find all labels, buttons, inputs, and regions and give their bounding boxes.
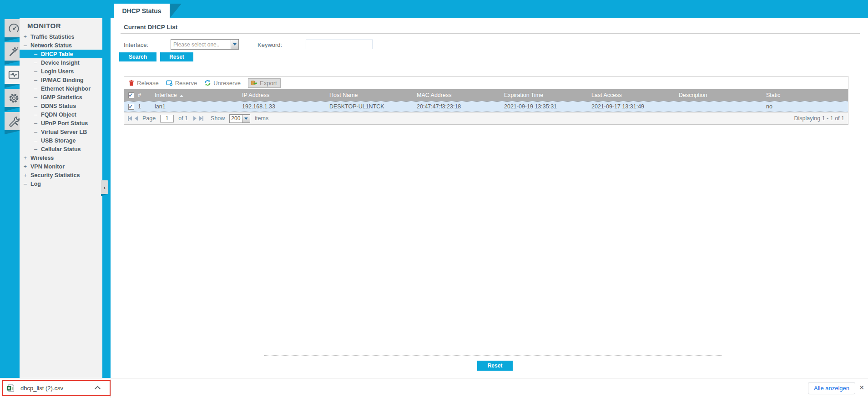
prev-page-icon <box>135 116 138 121</box>
col-description[interactable]: Description <box>677 92 764 98</box>
col-ip-address[interactable]: IP Address <box>240 92 328 98</box>
keyword-label: Keyword: <box>257 41 282 48</box>
table-row[interactable]: 1 lan1 192.168.1.33 DESKTOP-UL1NTCK 20:4… <box>124 101 848 112</box>
sidebar-item-ethernet-neighbor[interactable]: –Ethernet Neighbor <box>20 84 102 93</box>
sidebar-item-usb-storage[interactable]: –USB Storage <box>20 136 102 145</box>
col-interface[interactable]: Interface <box>153 92 240 98</box>
sidebar-item-log[interactable]: –Log <box>20 179 102 188</box>
cell-expiration-time: 2021-09-19 13:35:31 <box>502 103 590 110</box>
col-mac-address[interactable]: MAC Address <box>415 92 502 98</box>
content-panel: Current DHCP List Interface: Please sele… <box>111 18 868 378</box>
export-arrow-icon <box>251 80 257 86</box>
cell-last-access: 2021-09-17 13:31:49 <box>590 103 677 110</box>
sidebar-item-ddns-status[interactable]: –DDNS Status <box>20 102 102 110</box>
table-pagination: Page of 1 Show 200 items Displaying 1 - … <box>124 112 848 124</box>
chevron-down-icon <box>244 117 248 120</box>
next-page-button[interactable] <box>193 116 197 121</box>
displaying-info: Displaying 1 - 1 of 1 <box>794 115 844 122</box>
col-expiration-time[interactable]: Expiration Time <box>502 92 590 98</box>
chevron-left-icon: ‹ <box>104 184 106 191</box>
col-static[interactable]: Static <box>764 92 848 98</box>
prev-page-button[interactable] <box>135 116 138 121</box>
sidebar-item-dhcp-table[interactable]: –DHCP Table <box>20 50 111 58</box>
sidebar-collapse-handle[interactable]: ‹ <box>101 180 108 194</box>
page-input[interactable] <box>160 115 174 122</box>
sidebar-section-title: MONITOR <box>20 21 102 32</box>
interface-select-value: Please select one.. <box>171 40 231 49</box>
sidebar-item-vpn-monitor[interactable]: +VPN Monitor <box>20 162 102 171</box>
sidebar-menu: MONITOR +Traffic Statistics –Network Sta… <box>20 18 102 378</box>
sidebar-item-fqdn-object[interactable]: –FQDN Object <box>20 110 102 119</box>
page-label: Page <box>142 115 156 122</box>
sort-ascending-icon <box>180 95 183 97</box>
heading-rule <box>121 33 860 34</box>
reserve-doc-icon <box>166 80 173 86</box>
tab-title: DHCP Status <box>122 7 161 15</box>
dropdown-button[interactable] <box>231 40 238 49</box>
page-size-select[interactable]: 200 <box>229 114 250 123</box>
sidebar-item-security-statistics[interactable]: +Security Statistics <box>20 171 102 179</box>
unreserve-refresh-icon <box>204 80 211 86</box>
screen: DHCP Status <box>0 0 868 398</box>
download-bar: dhcp_list (2).csv Alle anzeigen <box>0 378 868 398</box>
page-title: Current DHCP List <box>124 24 177 31</box>
chevron-down-icon <box>233 43 237 46</box>
cell-interface: lan1 <box>153 103 240 110</box>
last-page-icon <box>199 116 202 121</box>
unreserve-button[interactable]: Unreserve <box>204 80 241 87</box>
show-label: Show <box>211 115 225 122</box>
sidebar-item-cellular-status[interactable]: –Cellular Status <box>20 145 102 153</box>
search-button[interactable]: Search <box>119 52 156 61</box>
sidebar-item-ip-mac-binding[interactable]: –IP/MAC Binding <box>20 76 102 84</box>
filter-reset-button[interactable]: Reset <box>160 52 193 61</box>
items-label: items <box>255 115 268 122</box>
cell-number: 1 <box>138 103 153 110</box>
col-host-name[interactable]: Host Name <box>328 92 415 98</box>
tab-dhcp-status[interactable]: DHCP Status <box>114 4 170 18</box>
table-toolbar: Release Reserve <box>124 77 848 89</box>
sidebar-item-traffic-statistics[interactable]: +Traffic Statistics <box>20 32 102 41</box>
download-bar-separator <box>111 379 111 398</box>
page-reset-button[interactable]: Reset <box>477 361 513 371</box>
first-page-icon <box>129 116 132 121</box>
col-number[interactable]: # <box>138 92 153 98</box>
release-button[interactable]: Release <box>128 80 159 87</box>
row-checkbox[interactable] <box>128 104 134 110</box>
sidebar-item-network-status[interactable]: –Network Status <box>20 41 102 50</box>
sidebar-item-login-users[interactable]: –Login Users <box>20 67 102 76</box>
last-page-button[interactable] <box>199 116 203 121</box>
section-divider <box>264 355 722 356</box>
table-header-row: # Interface IP Address Host Name MAC Add… <box>124 89 848 101</box>
cell-mac-address: 20:47:47:f3:23:18 <box>415 103 502 110</box>
export-button[interactable]: Export <box>248 78 281 88</box>
close-icon[interactable] <box>858 384 865 391</box>
interface-label: Interface: <box>124 41 148 48</box>
cell-static: no <box>764 103 848 110</box>
next-page-icon <box>193 116 197 121</box>
red-annotation-box <box>2 380 111 396</box>
select-all-checkbox[interactable] <box>128 92 134 98</box>
sidebar-item-virtual-server-lb[interactable]: –Virtual Server LB <box>20 128 102 136</box>
col-last-access[interactable]: Last Access <box>590 92 677 98</box>
interface-select[interactable]: Please select one.. <box>171 39 239 50</box>
reserve-button[interactable]: Reserve <box>166 80 197 87</box>
sidebar-item-upnp-port-status[interactable]: –UPnP Port Status <box>20 119 102 128</box>
cell-ip-address: 192.168.1.33 <box>240 103 328 110</box>
page-size-value: 200 <box>230 115 242 122</box>
sidebar-item-igmp-statistics[interactable]: –IGMP Statistics <box>20 93 102 102</box>
first-page-button[interactable] <box>128 116 132 121</box>
keyword-input[interactable] <box>306 40 373 49</box>
trash-icon <box>128 80 135 86</box>
show-all-downloads-button[interactable]: Alle anzeigen <box>808 382 855 394</box>
dhcp-table: Release Reserve <box>124 76 848 125</box>
sidebar-item-wireless[interactable]: +Wireless <box>20 153 102 162</box>
dropdown-button[interactable] <box>242 115 250 122</box>
sidebar: MONITOR +Traffic Statistics –Network Sta… <box>0 0 111 378</box>
sidebar-item-device-insight[interactable]: –Device Insight <box>20 58 102 67</box>
page-of-label: of 1 <box>178 115 188 122</box>
cell-host-name: DESKTOP-UL1NTCK <box>328 103 415 110</box>
